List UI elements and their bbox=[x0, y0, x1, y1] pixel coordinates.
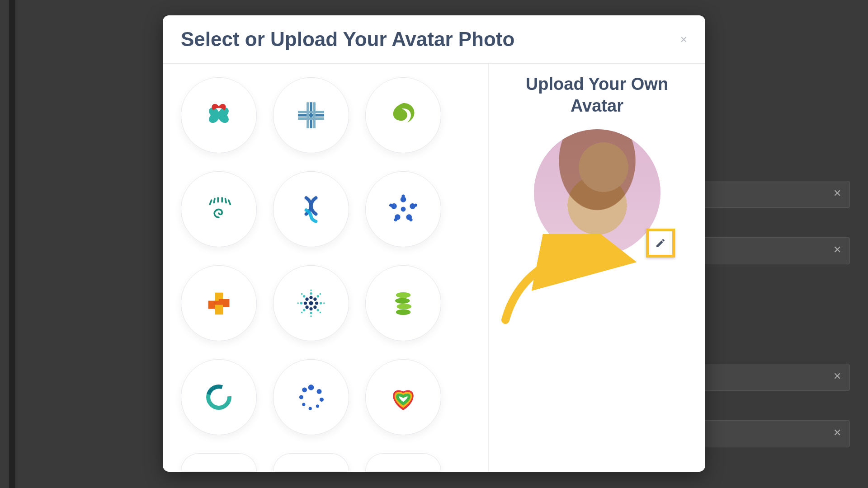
svg-point-23 bbox=[299, 395, 303, 399]
svg-point-20 bbox=[316, 404, 319, 408]
avatar-grid-pane[interactable] bbox=[163, 64, 488, 472]
atom-star-icon bbox=[383, 189, 424, 230]
avatar-more-3[interactable] bbox=[365, 453, 441, 471]
svg-point-17 bbox=[308, 385, 314, 390]
svg-point-13 bbox=[397, 304, 411, 310]
avatar-dot-burst[interactable] bbox=[273, 265, 349, 341]
dot-loop-icon bbox=[291, 377, 331, 418]
medical-plus-icon bbox=[291, 95, 331, 136]
avatar-preview bbox=[534, 129, 660, 256]
avatar-grid bbox=[181, 77, 479, 435]
svg-point-18 bbox=[317, 389, 322, 394]
avatar-grid-partial bbox=[181, 453, 479, 471]
cross-blocks-icon bbox=[198, 283, 239, 324]
avatar-more-1[interactable] bbox=[181, 453, 257, 471]
close-button[interactable]: × bbox=[680, 33, 687, 47]
avatar-atom-star[interactable] bbox=[365, 171, 441, 247]
avatar-eye-spiral[interactable] bbox=[181, 171, 257, 247]
avatar-medical-plus[interactable] bbox=[273, 77, 349, 153]
upload-title: Upload Your Own Avatar bbox=[507, 74, 687, 117]
ring-teal-icon bbox=[198, 377, 239, 418]
avatar-more-2[interactable] bbox=[273, 453, 349, 471]
spine-stack-icon bbox=[383, 283, 424, 324]
edit-avatar-button[interactable] bbox=[646, 229, 675, 258]
svg-point-12 bbox=[395, 298, 410, 304]
screen-edge bbox=[9, 0, 15, 488]
upload-pane: Upload Your Own Avatar bbox=[488, 64, 705, 472]
avatar-preview-wrap bbox=[534, 129, 660, 256]
avatar-ring-teal[interactable] bbox=[181, 359, 257, 435]
avatar-dna-strand[interactable] bbox=[273, 171, 349, 247]
svg-point-22 bbox=[302, 403, 305, 406]
bg-card-1: ✕ bbox=[696, 181, 850, 208]
svg-point-8 bbox=[309, 296, 312, 299]
svg-point-9 bbox=[310, 292, 312, 295]
svg-point-11 bbox=[396, 292, 410, 298]
avatar-clover-heart[interactable] bbox=[181, 77, 257, 153]
svg-point-24 bbox=[302, 387, 307, 392]
close-icon: ✕ bbox=[833, 188, 841, 199]
bg-card-2: ✕ bbox=[696, 237, 850, 264]
close-icon: ✕ bbox=[833, 427, 841, 439]
close-icon: × bbox=[680, 33, 687, 46]
dna-strand-icon bbox=[291, 189, 331, 230]
svg-rect-6 bbox=[215, 305, 223, 315]
modal-body: Upload Your Own Avatar bbox=[163, 64, 705, 472]
close-icon: ✕ bbox=[833, 244, 841, 256]
avatar-dot-loop[interactable] bbox=[273, 359, 349, 435]
clover-heart-icon bbox=[198, 95, 239, 136]
svg-point-14 bbox=[396, 310, 410, 315]
leaf-swirl-icon bbox=[383, 95, 424, 136]
avatar-cross-blocks[interactable] bbox=[181, 265, 257, 341]
eye-spiral-icon bbox=[198, 189, 239, 230]
modal-header: Select or Upload Your Avatar Photo × bbox=[163, 15, 705, 64]
avatar-spine-stack[interactable] bbox=[365, 265, 441, 341]
svg-point-21 bbox=[309, 407, 312, 410]
avatar-modal: Select or Upload Your Avatar Photo × bbox=[163, 15, 705, 472]
pencil-icon bbox=[655, 238, 666, 249]
avatar-image bbox=[534, 129, 660, 256]
bg-card-4: ✕ bbox=[687, 420, 850, 447]
close-icon: ✕ bbox=[833, 371, 841, 382]
avatar-rainbow-heart[interactable] bbox=[365, 359, 441, 435]
modal-title: Select or Upload Your Avatar Photo bbox=[181, 28, 514, 51]
svg-point-2 bbox=[401, 195, 405, 198]
rainbow-heart-icon bbox=[383, 377, 424, 418]
svg-point-7 bbox=[309, 301, 313, 305]
dot-burst-icon bbox=[291, 283, 331, 324]
bg-card-3: ✕ bbox=[687, 364, 850, 391]
svg-point-19 bbox=[320, 398, 324, 402]
svg-point-0 bbox=[401, 207, 406, 212]
avatar-leaf-swirl[interactable] bbox=[365, 77, 441, 153]
svg-point-10 bbox=[310, 289, 312, 291]
